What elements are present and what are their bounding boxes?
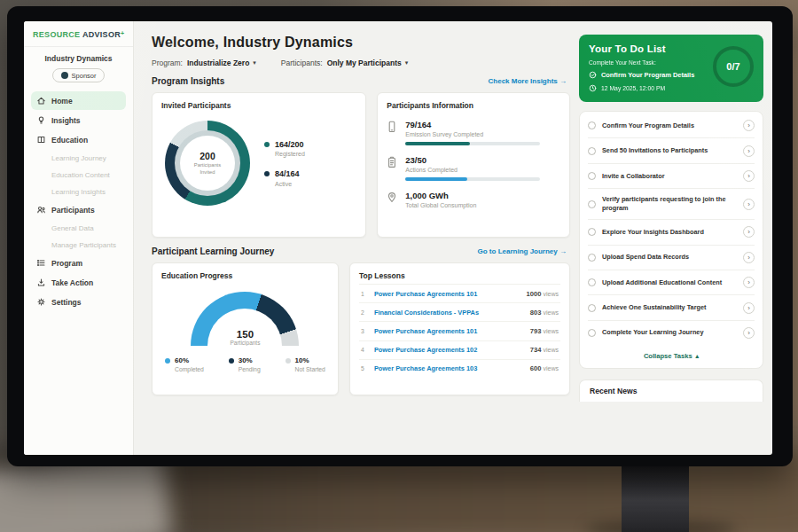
task-checkbox[interactable] xyxy=(588,172,596,180)
task-upload-spend-data[interactable]: Upload Spend Data Records › xyxy=(588,246,755,270)
check-circle-icon xyxy=(589,71,597,79)
task-achieve-sustainability-target[interactable]: Achieve One Sustainability Target › xyxy=(588,295,755,320)
sidebar-item-participants[interactable]: Participants xyxy=(31,200,126,219)
link-label: Go to Learning Journey xyxy=(478,247,558,255)
task-explore-insights[interactable]: Explore Your Insights Dashboard › xyxy=(588,220,755,245)
sidebar-item-learning-journey[interactable]: Learning Journey xyxy=(31,150,126,166)
link-label: Check More Insights xyxy=(489,77,558,85)
insights-cards-row: Invited Participants 200 Participants In… xyxy=(152,92,570,238)
legend-dot xyxy=(286,358,291,364)
education-progress-card: Education Progress 150 Participants xyxy=(152,262,339,395)
task-confirm-program-details[interactable]: Confirm Your Program Details › xyxy=(588,113,755,138)
chevron-right-icon[interactable]: › xyxy=(743,199,755,210)
download-icon xyxy=(36,278,46,287)
sidebar-item-manage-participants[interactable]: Manage Participants xyxy=(31,237,126,253)
people-icon xyxy=(36,205,46,215)
clipboard-icon xyxy=(387,156,397,168)
task-checkbox[interactable] xyxy=(588,200,596,208)
todo-next-task-label: Confirm Your Program Details xyxy=(601,71,694,79)
filters-row: Program: Industrialize Zero ▾ Participan… xyxy=(152,59,570,67)
sidebar-item-label: Education xyxy=(51,136,88,145)
task-checkbox[interactable] xyxy=(588,304,596,312)
emission-survey-stat: 79/164 Emission Survey Completed xyxy=(387,120,560,145)
chevron-right-icon[interactable]: › xyxy=(743,327,755,339)
photo-scene: RESOURCE ADVISOR+ Industry Dynamics Spon… xyxy=(0,0,798,532)
lesson-row[interactable]: 4 Power Purchase Agreements 102 734views xyxy=(359,341,560,360)
legend-label: Active xyxy=(275,181,300,187)
participants-filter-dropdown[interactable]: Participants: Only My Participants ▾ xyxy=(281,59,408,67)
task-checkbox[interactable] xyxy=(588,228,596,236)
donut-center-label: Participants Invited xyxy=(189,162,226,176)
go-to-learning-journey-link[interactable]: Go to Learning Journey → xyxy=(478,247,567,255)
task-send-invitations[interactable]: Send 50 Invitations to Participants › xyxy=(588,138,755,163)
stat-label: Actions Completed xyxy=(405,167,540,173)
legend-value: 60% xyxy=(175,356,204,364)
gauge-legend: 60% Completed 30% Pending xyxy=(161,356,329,372)
lesson-row[interactable]: 5 Power Purchase Agreements 103 600views xyxy=(359,360,560,378)
chevron-right-icon[interactable]: › xyxy=(743,302,755,314)
task-checkbox[interactable] xyxy=(588,254,596,262)
task-upload-educational-content[interactable]: Upload Additional Educational Content › xyxy=(588,270,755,295)
task-checkbox[interactable] xyxy=(588,147,596,155)
sidebar-item-take-action[interactable]: Take Action xyxy=(31,273,126,292)
sidebar-item-learning-insights[interactable]: Learning Insights xyxy=(31,184,126,200)
chevron-right-icon[interactable]: › xyxy=(743,170,755,182)
sponsor-label: Sponsor xyxy=(72,72,97,80)
sidebar-item-education-content[interactable]: Education Content xyxy=(31,167,126,183)
stat-label: Total Global Consumption xyxy=(405,202,476,208)
lesson-views: 793views xyxy=(530,327,559,335)
legend-label: Not Started xyxy=(295,366,325,372)
dashboard-screen: RESOURCE ADVISOR+ Industry Dynamics Spon… xyxy=(24,21,772,455)
collapse-tasks-button[interactable]: Collapse Tasks ▴ xyxy=(588,345,755,366)
chevron-up-icon: ▴ xyxy=(696,353,700,360)
sidebar-item-label: Home xyxy=(51,97,73,106)
monitor-bezel: RESOURCE ADVISOR+ Industry Dynamics Spon… xyxy=(7,6,793,466)
chevron-right-icon[interactable]: › xyxy=(743,226,755,238)
sidebar-item-insights[interactable]: Insights xyxy=(31,111,126,129)
section-title: Participant Learning Journey xyxy=(152,246,274,256)
task-verify-participants[interactable]: Verify participants requesting to join t… xyxy=(588,189,755,220)
lesson-link[interactable]: Power Purchase Agreements 102 xyxy=(374,346,523,354)
chevron-right-icon[interactable]: › xyxy=(743,277,755,288)
sidebar-item-label: Settings xyxy=(51,298,82,307)
page-title: Welcome, Industry Dynamics xyxy=(152,35,570,51)
sidebar-item-general-data[interactable]: General Data xyxy=(31,220,126,236)
task-checkbox[interactable] xyxy=(588,329,596,337)
task-checkbox[interactable] xyxy=(588,278,596,286)
program-filter-dropdown[interactable]: Program: Industrialize Zero ▾ xyxy=(152,59,256,67)
task-invite-collaborator[interactable]: Invite a Collaborator › xyxy=(588,164,755,189)
lesson-row[interactable]: 1 Power Purchase Agreements 101 1000view… xyxy=(359,285,560,303)
lesson-row[interactable]: 2 Financial Considerations - VPPAs 803vi… xyxy=(359,303,560,322)
clock-icon xyxy=(589,84,597,92)
org-name: Industry Dynamics xyxy=(31,54,126,63)
sidebar-item-settings[interactable]: Settings xyxy=(31,293,126,311)
logo-resource: RESOURCE xyxy=(33,30,80,39)
chevron-right-icon[interactable]: › xyxy=(743,120,755,131)
gauge-center: 150 Participants xyxy=(191,329,299,346)
book-icon xyxy=(36,135,46,145)
task-label: Upload Additional Educational Content xyxy=(602,278,737,287)
participants-filter-value: Only My Participants xyxy=(327,59,402,67)
task-complete-learning-journey[interactable]: Complete Your Learning Journey › xyxy=(588,321,755,345)
lesson-rank: 4 xyxy=(361,347,367,353)
task-checkbox[interactable] xyxy=(588,121,596,129)
sponsor-icon xyxy=(61,72,68,79)
gear-icon xyxy=(36,297,46,307)
program-filter-value: Industrialize Zero xyxy=(187,59,249,67)
recent-news-card: Recent News xyxy=(579,379,763,402)
lesson-link[interactable]: Power Purchase Agreements 101 xyxy=(374,327,523,335)
check-more-insights-link[interactable]: Check More Insights → xyxy=(489,77,567,85)
sidebar-item-program[interactable]: Program xyxy=(31,254,126,272)
sidebar-item-home[interactable]: Home xyxy=(31,91,126,110)
lesson-link[interactable]: Financial Considerations - VPPAs xyxy=(374,309,523,317)
sidebar-item-education[interactable]: Education xyxy=(31,130,126,149)
lesson-link[interactable]: Power Purchase Agreements 101 xyxy=(374,290,520,298)
sponsor-badge[interactable]: Sponsor xyxy=(52,68,106,82)
lesson-link[interactable]: Power Purchase Agreements 103 xyxy=(374,364,523,372)
todo-column: Your To Do List Complete Your Next Task:… xyxy=(579,21,772,455)
legend-active: 84/164 Active xyxy=(264,169,305,187)
recent-news-title: Recent News xyxy=(590,387,638,395)
lesson-row[interactable]: 3 Power Purchase Agreements 101 793views xyxy=(359,322,560,340)
chevron-right-icon[interactable]: › xyxy=(743,145,755,157)
chevron-right-icon[interactable]: › xyxy=(743,252,755,263)
